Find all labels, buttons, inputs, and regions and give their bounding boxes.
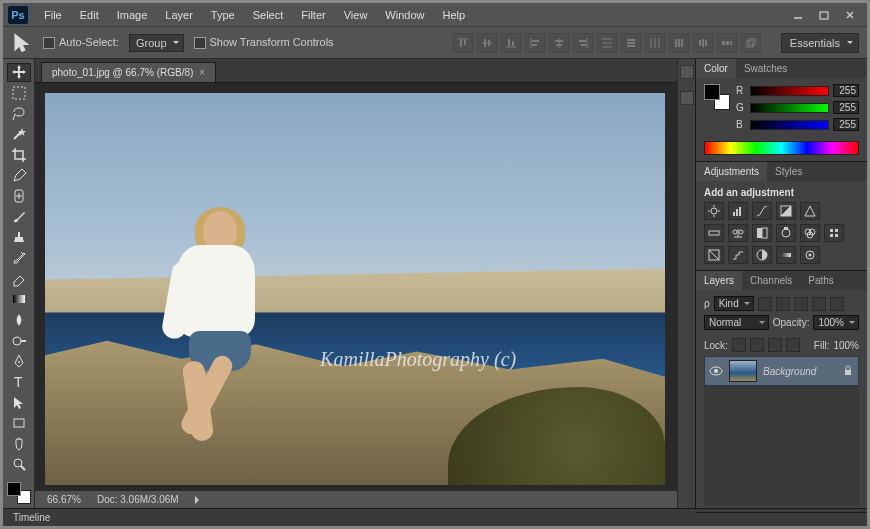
healing-brush-tool-icon[interactable] [7,187,31,206]
curves-icon[interactable] [752,202,772,220]
3d-mode-icon[interactable] [741,33,761,53]
filter-shape-icon[interactable] [812,297,826,311]
brightness-contrast-icon[interactable] [704,202,724,220]
black-white-icon[interactable] [752,224,772,242]
menu-file[interactable]: File [35,5,71,25]
align-left-icon[interactable] [525,33,545,53]
distribute-hcenter-icon[interactable] [693,33,713,53]
visibility-toggle-icon[interactable] [709,364,723,378]
layer-row[interactable]: Background [704,356,859,386]
zoom-tool-icon[interactable] [7,455,31,474]
r-slider[interactable] [750,86,829,96]
pen-tool-icon[interactable] [7,352,31,371]
r-value-field[interactable]: 255 [833,84,859,97]
vibrance-icon[interactable] [800,202,820,220]
tab-adjustments[interactable]: Adjustments [696,162,767,181]
menu-layer[interactable]: Layer [156,5,202,25]
layer-filter-dropdown[interactable]: Kind [714,296,754,311]
filter-pixel-icon[interactable] [758,297,772,311]
path-selection-tool-icon[interactable] [7,393,31,412]
levels-icon[interactable] [728,202,748,220]
menu-help[interactable]: Help [433,5,474,25]
hue-saturation-icon[interactable] [704,224,724,242]
auto-select-mode-dropdown[interactable]: Group [129,34,184,52]
gradient-tool-icon[interactable] [7,290,31,309]
layer-name[interactable]: Background [763,366,836,377]
marquee-tool-icon[interactable] [7,84,31,103]
channel-mixer-icon[interactable] [800,224,820,242]
rail-icon-1[interactable] [680,65,694,79]
invert-icon[interactable] [704,246,724,264]
blend-mode-dropdown[interactable]: Normal [704,315,769,330]
auto-select-checkbox[interactable]: Auto-Select: [43,36,119,49]
fill-field[interactable]: 100% [833,340,859,351]
menu-select[interactable]: Select [244,5,293,25]
gradient-map-icon[interactable] [776,246,796,264]
lasso-tool-icon[interactable] [7,104,31,123]
rail-icon-2[interactable] [680,91,694,105]
lock-all-icon[interactable] [786,338,800,352]
docsize-readout[interactable]: Doc: 3.06M/3.06M [97,494,179,505]
menu-window[interactable]: Window [376,5,433,25]
crop-tool-icon[interactable] [7,146,31,165]
g-slider[interactable] [750,103,829,113]
tab-styles[interactable]: Styles [767,162,810,181]
distribute-right-icon[interactable] [717,33,737,53]
distribute-left-icon[interactable] [669,33,689,53]
filter-adjustment-icon[interactable] [776,297,790,311]
foreground-background-swatch[interactable] [7,482,31,504]
lock-pixels-icon[interactable] [750,338,764,352]
window-close-button[interactable] [837,6,863,24]
tab-swatches[interactable]: Swatches [736,59,795,78]
clone-stamp-tool-icon[interactable] [7,228,31,247]
rectangle-tool-icon[interactable] [7,414,31,433]
window-minimize-button[interactable] [785,6,811,24]
photo-filter-icon[interactable] [776,224,796,242]
threshold-icon[interactable] [752,246,772,264]
layer-thumbnail[interactable] [729,360,757,382]
history-brush-tool-icon[interactable] [7,249,31,268]
magic-wand-tool-icon[interactable] [7,125,31,144]
document-tab[interactable]: photo_01.jpg @ 66.7% (RGB/8) × [41,62,216,82]
panel-fg-bg-swatch[interactable] [704,84,730,110]
menu-image[interactable]: Image [108,5,157,25]
tab-color[interactable]: Color [696,59,736,78]
menu-view[interactable]: View [335,5,377,25]
show-transform-checkbox[interactable]: Show Transform Controls [194,36,334,49]
color-balance-icon[interactable] [728,224,748,242]
tab-channels[interactable]: Channels [742,271,800,290]
blur-tool-icon[interactable] [7,311,31,330]
brush-tool-icon[interactable] [7,207,31,226]
lock-transparency-icon[interactable] [732,338,746,352]
align-vcenter-icon[interactable] [477,33,497,53]
eyedropper-tool-icon[interactable] [7,166,31,185]
status-play-icon[interactable] [195,496,203,504]
distribute-top-icon[interactable] [597,33,617,53]
filter-type-icon[interactable] [794,297,808,311]
move-tool-icon[interactable] [7,63,31,82]
lock-position-icon[interactable] [768,338,782,352]
current-tool-icon[interactable] [11,33,33,53]
app-logo[interactable]: Ps [7,5,29,25]
tab-paths[interactable]: Paths [800,271,842,290]
align-bottom-icon[interactable] [501,33,521,53]
eraser-tool-icon[interactable] [7,269,31,288]
color-lookup-icon[interactable] [824,224,844,242]
type-tool-icon[interactable]: T [7,373,31,392]
workspace-switcher[interactable]: Essentials [781,33,859,53]
filter-smartobject-icon[interactable] [830,297,844,311]
spectrum-ramp[interactable] [704,141,859,155]
g-value-field[interactable]: 255 [833,101,859,114]
b-value-field[interactable]: 255 [833,118,859,131]
opacity-field[interactable]: 100% [813,315,859,330]
distribute-vcenter-icon[interactable] [621,33,641,53]
zoom-readout[interactable]: 66.67% [47,494,81,505]
menu-edit[interactable]: Edit [71,5,108,25]
hand-tool-icon[interactable] [7,435,31,454]
window-maximize-button[interactable] [811,6,837,24]
b-slider[interactable] [750,120,829,130]
align-top-icon[interactable] [453,33,473,53]
canvas[interactable]: KamillaPhotography (c) [45,93,665,485]
close-tab-icon[interactable]: × [199,67,205,78]
distribute-bottom-icon[interactable] [645,33,665,53]
